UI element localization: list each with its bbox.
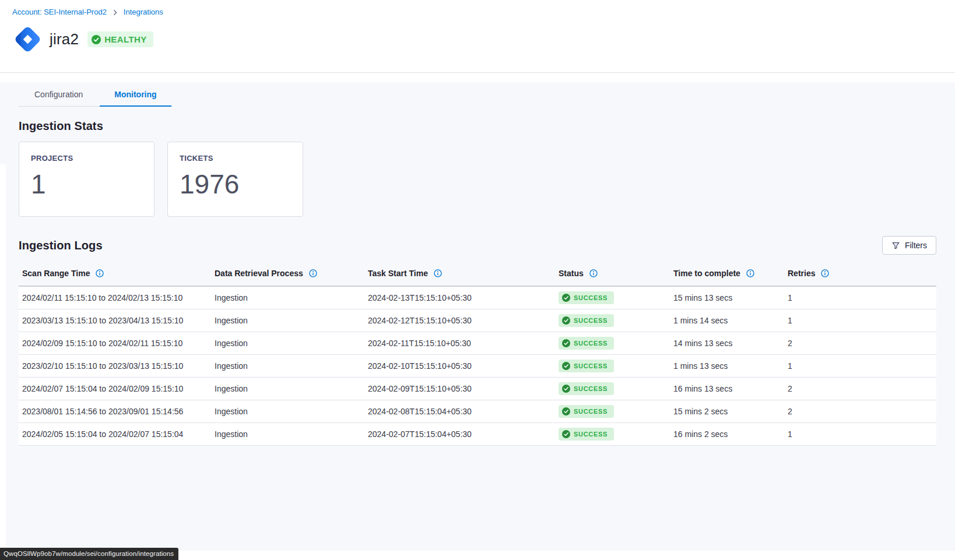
column-header-scan-range: Scan Range Time [19,263,211,286]
cell-scan_range: 2023/03/13 15:15:10 to 2023/04/13 15:15:… [19,309,211,332]
logs-table-head: Scan Range Time Data Retrieval Process T… [19,263,936,286]
cell-task_start: 2024-02-07T15:15:04+05:30 [364,423,555,446]
cell-scan_range: 2024/02/09 15:15:10 to 2024/02/11 15:15:… [19,332,211,355]
cell-task_start: 2024-02-09T15:15:10+05:30 [364,378,555,400]
check-circle-icon [562,294,570,302]
cell-time_to_complete: 14 mins 13 secs [670,332,784,355]
breadcrumb-account-link[interactable]: Account: SEI-Internal-Prod2 [12,8,107,16]
check-circle-icon [562,430,570,438]
table-row: 2023/08/01 15:14:56 to 2023/09/01 15:14:… [19,400,936,423]
cell-status: SUCCESS [555,378,670,400]
health-badge-label: HEALTHY [104,34,147,44]
check-circle-icon [562,339,570,347]
cell-scan_range: 2024/02/05 15:15:04 to 2024/02/07 15:15:… [19,423,211,446]
status-badge-label: SUCCESS [574,340,608,347]
status-badge: SUCCESS [559,405,614,418]
column-header-time-to-complete: Time to complete [670,263,784,286]
stat-card-tickets: TICKETS 1976 [167,142,303,217]
check-circle-icon [562,407,570,415]
info-icon[interactable] [96,269,104,277]
jira-logo-icon [12,24,43,55]
check-circle-icon [562,362,570,370]
status-badge: SUCCESS [559,382,614,395]
cell-retries: 1 [784,309,936,332]
info-icon[interactable] [589,269,598,277]
cell-status: SUCCESS [555,423,670,446]
cell-time_to_complete: 1 mins 13 secs [670,355,784,378]
cell-task_start: 2024-02-10T15:15:10+05:30 [364,355,555,378]
left-rail [0,164,6,551]
url-preview-statusbar: QwqOSllWp9ob7w/module/sei/configuration/… [0,548,178,560]
integration-monitoring-page: Account: SEI-Internal-Prod2 Integrations [0,0,955,551]
stat-value: 1976 [180,171,291,198]
table-row: 2023/02/10 15:15:10 to 2023/03/13 15:15:… [19,355,936,378]
cell-retries: 1 [784,423,936,446]
cell-time_to_complete: 1 mins 14 secs [670,309,784,332]
check-circle-icon [92,35,101,44]
breadcrumb-integrations-link[interactable]: Integrations [124,8,163,16]
ingestion-stats-heading: Ingestion Stats [19,119,936,133]
status-badge-label: SUCCESS [574,431,608,438]
check-circle-icon [562,385,570,393]
cell-task_start: 2024-02-13T15:15:10+05:30 [364,286,555,309]
page-title: jira2 [50,30,79,48]
cell-status: SUCCESS [555,400,670,423]
cell-scan_range: 2024/02/07 15:15:04 to 2024/02/09 15:15:… [19,378,211,400]
stat-card-projects: PROJECTS 1 [19,142,155,217]
breadcrumb: Account: SEI-Internal-Prod2 Integrations [12,8,936,16]
status-badge: SUCCESS [559,337,614,350]
cell-task_start: 2024-02-11T15:15:10+05:30 [364,332,555,355]
cell-retries: 2 [784,332,936,355]
cell-process: Ingestion [211,378,364,400]
status-badge-label: SUCCESS [574,294,608,301]
cell-process: Ingestion [211,309,364,332]
cell-retries: 2 [784,400,936,423]
cell-scan_range: 2023/08/01 15:14:56 to 2023/09/01 15:14:… [19,400,211,423]
status-badge: SUCCESS [559,291,614,304]
logs-table-body: 2024/02/11 15:15:10 to 2024/02/13 15:15:… [19,286,936,446]
cell-scan_range: 2024/02/11 15:15:10 to 2024/02/13 15:15:… [19,286,211,309]
cell-process: Ingestion [211,355,364,378]
cell-status: SUCCESS [555,286,670,309]
cell-task_start: 2024-02-08T15:15:04+05:30 [364,400,555,423]
status-badge: SUCCESS [559,428,614,441]
stat-label: TICKETS [180,154,291,163]
status-badge-label: SUCCESS [574,408,608,415]
status-badge: SUCCESS [559,360,614,372]
main-content: Configuration Monitoring Ingestion Stats… [0,82,955,551]
integration-title-row: jira2 HEALTHY [12,24,936,55]
cell-time_to_complete: 15 mins 2 secs [670,400,784,423]
ingestion-logs-heading: Ingestion Logs [19,239,103,252]
check-circle-icon [562,316,570,325]
table-row: 2024/02/11 15:15:10 to 2024/02/13 15:15:… [19,286,936,309]
cell-time_to_complete: 16 mins 13 secs [670,378,784,400]
table-row: 2023/03/13 15:15:10 to 2023/04/13 15:15:… [19,309,936,332]
cell-process: Ingestion [211,400,364,423]
info-icon[interactable] [746,269,754,277]
page-header: Account: SEI-Internal-Prod2 Integrations [0,0,955,73]
cell-time_to_complete: 15 mins 13 secs [670,286,784,309]
cell-status: SUCCESS [555,309,670,332]
ingestion-logs-table: Scan Range Time Data Retrieval Process T… [19,263,936,446]
tab-configuration[interactable]: Configuration [19,84,99,106]
header-spacer [0,73,955,82]
cell-status: SUCCESS [555,355,670,378]
stat-value: 1 [31,171,142,198]
filters-button[interactable]: Filters [882,236,936,255]
status-badge: SUCCESS [559,314,614,327]
tab-monitoring[interactable]: Monitoring [99,84,172,106]
cell-time_to_complete: 16 mins 2 secs [670,423,784,446]
cell-process: Ingestion [211,286,364,309]
info-icon[interactable] [821,269,829,277]
info-icon[interactable] [434,269,442,277]
info-icon[interactable] [309,269,317,277]
chevron-right-icon [112,9,118,16]
status-badge-label: SUCCESS [574,317,608,324]
status-badge-label: SUCCESS [574,362,608,369]
cell-process: Ingestion [211,332,364,355]
cell-retries: 2 [784,378,936,400]
ingestion-logs-header: Ingestion Logs Filters [19,236,936,255]
table-row: 2024/02/07 15:15:04 to 2024/02/09 15:15:… [19,378,936,400]
filter-funnel-icon [891,241,900,250]
cell-retries: 1 [784,286,936,309]
